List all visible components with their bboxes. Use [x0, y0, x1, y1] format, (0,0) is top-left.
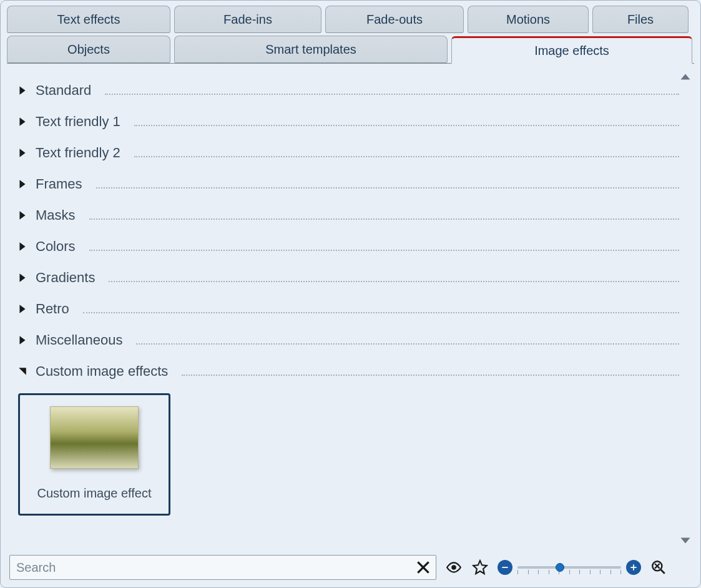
category-miscellaneous[interactable]: Miscellaneous — [16, 325, 679, 356]
category-label: Retro — [36, 301, 69, 317]
zoom-out-button[interactable] — [498, 560, 512, 575]
favorite-button[interactable] — [471, 559, 489, 576]
reset-zoom-button[interactable] — [650, 559, 667, 576]
star-icon — [472, 559, 488, 576]
zoom-controls — [498, 559, 641, 576]
category-masks[interactable]: Masks — [16, 200, 679, 231]
category-divider — [89, 218, 679, 220]
zoom-in-button[interactable] — [626, 560, 641, 575]
category-divider — [96, 187, 679, 189]
tab-text-effects[interactable]: Text effects — [7, 6, 170, 33]
effect-thumbnail-label: Custom image effect — [37, 486, 151, 501]
category-colors[interactable]: Colors — [16, 231, 679, 262]
category-label: Text friendly 1 — [36, 114, 120, 130]
thumbnails-row: Custom image effect — [16, 387, 679, 521]
svg-rect-3 — [633, 564, 634, 570]
category-divider — [109, 281, 679, 282]
category-label: Miscellaneous — [36, 332, 122, 348]
expand-arrow-right-icon — [18, 210, 27, 221]
category-frames[interactable]: Frames — [16, 169, 679, 200]
close-icon — [415, 559, 431, 576]
tab-motions[interactable]: Motions — [468, 6, 589, 33]
categories-list: StandardText friendly 1Text friendly 2Fr… — [16, 75, 679, 551]
expand-arrow-right-icon — [18, 272, 27, 283]
svg-rect-1 — [502, 567, 507, 568]
category-retro[interactable]: Retro — [16, 293, 679, 325]
category-divider — [134, 125, 679, 126]
category-divider — [134, 156, 679, 157]
category-label: Standard — [36, 82, 91, 99]
category-text-friendly-2[interactable]: Text friendly 2 — [16, 137, 679, 169]
search-input[interactable] — [16, 561, 414, 575]
expand-arrow-right-icon — [18, 116, 27, 127]
category-label: Gradients — [36, 270, 95, 286]
category-divider — [182, 375, 679, 376]
tab-objects[interactable]: Objects — [7, 36, 170, 63]
scroll-down-button[interactable] — [680, 535, 691, 546]
effects-panel: Text effects Fade-ins Fade-outs Motions … — [0, 0, 701, 588]
category-divider — [105, 94, 679, 95]
expand-arrow-down-icon — [18, 366, 27, 377]
zoom-slider[interactable] — [517, 559, 621, 576]
svg-point-0 — [451, 565, 456, 570]
category-standard[interactable]: Standard — [16, 75, 679, 106]
preview-button[interactable] — [445, 559, 463, 576]
minus-circle-icon — [501, 563, 509, 572]
tab-fade-ins[interactable]: Fade-ins — [174, 6, 321, 33]
tab-fade-outs[interactable]: Fade-outs — [325, 6, 464, 33]
magnifier-reset-icon — [650, 559, 667, 576]
category-label: Frames — [36, 176, 82, 192]
category-divider — [83, 312, 679, 313]
svg-line-5 — [660, 569, 665, 574]
category-custom-image-effects[interactable]: Custom image effects — [16, 356, 679, 387]
category-text-friendly-1[interactable]: Text friendly 1 — [16, 106, 679, 137]
eye-icon — [446, 559, 462, 576]
plus-circle-icon — [629, 563, 638, 572]
scroll-up-button[interactable] — [680, 71, 691, 82]
expand-arrow-right-icon — [18, 85, 27, 96]
clear-search-button[interactable] — [414, 559, 432, 576]
category-divider — [136, 343, 679, 345]
content-panel: StandardText friendly 1Text friendly 2Fr… — [7, 66, 694, 551]
search-box — [9, 555, 436, 580]
expand-arrow-right-icon — [18, 303, 27, 315]
category-gradients[interactable]: Gradients — [16, 262, 679, 293]
effect-thumbnail-custom-image-effect[interactable]: Custom image effect — [18, 393, 170, 516]
tab-image-effects[interactable]: Image effects — [451, 36, 692, 64]
bottom-toolbar — [7, 551, 694, 581]
tab-smart-templates[interactable]: Smart templates — [174, 36, 448, 63]
category-label: Text friendly 2 — [36, 145, 120, 161]
tabs-row-2: Objects Smart templates Image effects — [7, 36, 694, 64]
effect-thumbnail-preview — [50, 406, 139, 469]
tab-files[interactable]: Files — [592, 6, 689, 33]
category-divider — [89, 250, 679, 251]
zoom-slider-thumb[interactable] — [556, 563, 564, 572]
expand-arrow-right-icon — [18, 241, 27, 252]
expand-arrow-right-icon — [18, 179, 27, 190]
expand-arrow-right-icon — [18, 147, 27, 159]
category-label: Custom image effects — [36, 363, 168, 380]
tabs-row-1: Text effects Fade-ins Fade-outs Motions … — [7, 6, 694, 33]
category-label: Masks — [36, 207, 76, 223]
category-label: Colors — [36, 238, 76, 255]
expand-arrow-right-icon — [18, 335, 27, 346]
